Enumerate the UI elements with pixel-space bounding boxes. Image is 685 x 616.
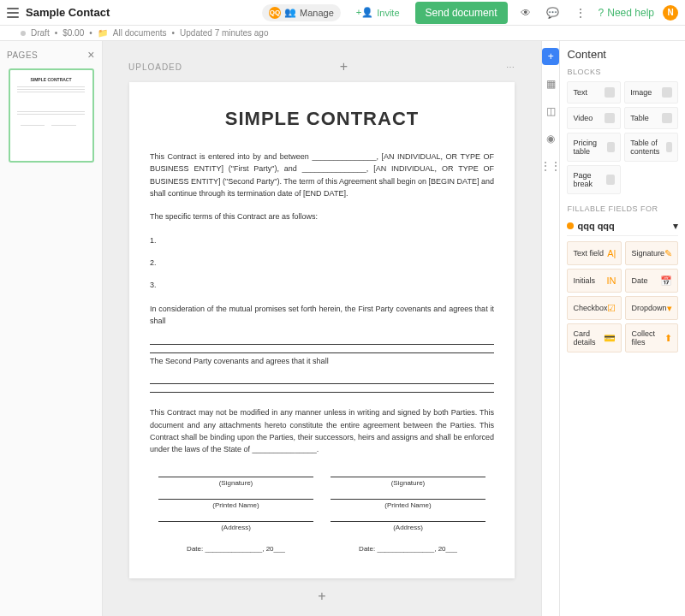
avatar[interactable]: N [663,5,678,21]
menu-icon[interactable] [7,8,19,18]
add-block-icon[interactable]: + [336,58,353,75]
price-text: $0.00 [63,28,84,38]
content-title: Content [567,48,678,61]
fillable-label: FILLABLE FIELDS FOR [567,204,678,213]
blocks-label: BLOCKS [567,68,678,76]
pages-panel: PAGES × SIMPLE CONTRACT [0,41,103,616]
closing-paragraph: This Contract may not be modified in any… [150,406,494,456]
term-3: 3. [150,281,494,289]
chevron-down-icon: ▾ [673,220,678,232]
status-dot [21,31,26,36]
block-toc[interactable]: Table of contents [624,133,678,162]
canvas: UPLOADED + ⋯ SIMPLE CONTRACT This Contra… [103,41,541,616]
consideration-paragraph: In consideration of the mutual promises … [150,303,494,328]
invite-button[interactable]: +👤 Invite [349,4,407,21]
pages-label: PAGES [7,50,38,60]
block-pricing[interactable]: Pricing table [567,133,621,162]
help-icon: ? [599,7,605,19]
field-signature[interactable]: Signature✎ [625,241,678,265]
people-icon: 👥 [284,7,296,18]
qq-badge: QQ [269,7,281,19]
block-more-icon[interactable]: ⋯ [506,62,515,72]
location-text: All documents [113,28,167,38]
second-party-paragraph: The Second Party covenants and agrees th… [150,355,494,367]
block-pagebreak[interactable]: Page break [567,165,621,194]
block-image[interactable]: Image [624,81,678,104]
close-icon[interactable]: × [87,48,95,62]
help-link[interactable]: ? Need help [599,7,654,19]
design-icon[interactable]: ◉ [542,130,559,147]
folder-icon: 📁 [98,28,108,38]
updated-text: Updated 7 minutes ago [180,28,268,38]
block-text[interactable]: Text [567,81,621,104]
term-2: 2. [150,258,494,267]
document-page[interactable]: SIMPLE CONTRACT This Contract is entered… [129,82,515,578]
preview-icon[interactable]: 👁 [516,3,535,22]
page-thumbnail[interactable]: SIMPLE CONTRACT [9,68,94,163]
send-button[interactable]: Send document [415,2,508,24]
field-checkbox[interactable]: Checkbox☑ [567,296,622,320]
more-icon[interactable]: ⋮ [571,3,590,22]
term-1: 1. [150,236,494,245]
block-table[interactable]: Table [624,107,678,129]
terms-intro: The specific terms of this Contract are … [150,210,494,222]
user-select[interactable]: qqq qqq ▾ [567,216,678,236]
apps-icon[interactable]: ⋮⋮ [542,157,559,175]
field-initials[interactable]: InitialsIN [567,269,622,293]
doc-title: Sample Contact [26,6,110,19]
plus-icon: +👤 [356,7,373,18]
panel-icon[interactable]: ◫ [542,103,559,120]
field-text[interactable]: Text fieldA| [567,241,622,265]
block-video[interactable]: Video [567,107,621,129]
field-date[interactable]: Date📅 [625,269,678,293]
contract-title: SIMPLE CONTRACT [150,108,494,130]
intro-paragraph: This Contract is entered into by and bet… [150,151,494,200]
uploaded-label: UPLOADED [128,62,182,72]
field-dropdown[interactable]: Dropdown▾ [625,296,678,320]
field-card[interactable]: Card details💳 [567,323,622,352]
layout-icon[interactable]: ▦ [542,75,559,92]
field-collect[interactable]: Collect files⬆ [625,323,678,352]
comment-icon[interactable]: 💬 [544,3,563,22]
add-content-icon[interactable]: + [542,48,559,65]
add-block-bottom[interactable]: + [128,589,515,604]
status-text: Draft [31,28,50,38]
user-dot [567,222,574,229]
manage-button[interactable]: QQ 👥 Manage [262,4,341,21]
